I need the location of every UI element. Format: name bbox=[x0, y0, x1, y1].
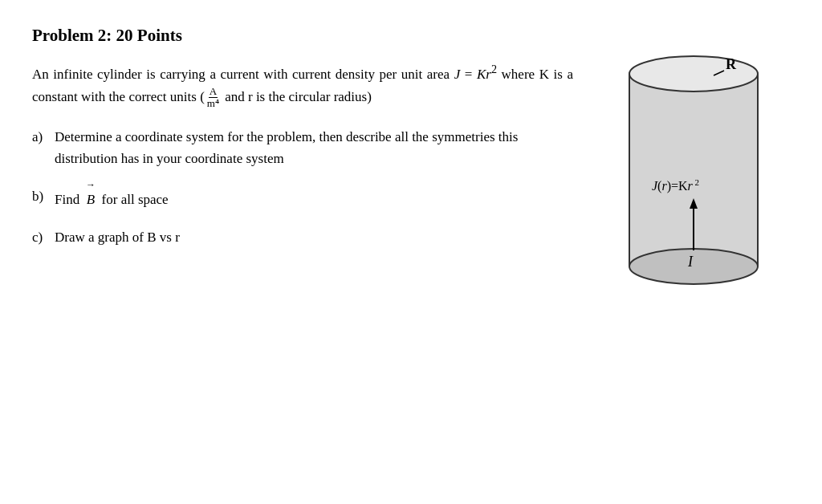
label-I: I bbox=[687, 254, 694, 270]
part-item-c: c) Draw a graph of B vs r bbox=[32, 226, 573, 248]
part-text-b: Find B for all space bbox=[55, 185, 573, 210]
part-label-a: a) bbox=[32, 126, 48, 169]
fraction-numerator: A bbox=[209, 86, 218, 98]
fraction-units: Am⁴ bbox=[206, 86, 220, 110]
label-J: J(r)=Kr 2 bbox=[652, 177, 699, 193]
fraction-denominator: m⁴ bbox=[206, 98, 220, 109]
part-item-a: a) Determine a coordinate system for the… bbox=[32, 126, 573, 169]
part-list: a) Determine a coordinate system for the… bbox=[32, 126, 573, 249]
label-R: R bbox=[726, 56, 737, 72]
part-text-c: Draw a graph of B vs r bbox=[55, 226, 573, 248]
vector-B-symbol: B bbox=[83, 185, 98, 210]
page-layout: Problem 2: 20 Points An infinite cylinde… bbox=[32, 26, 790, 307]
svg-point-1 bbox=[629, 249, 758, 284]
part-item-b: b) Find B for all space bbox=[32, 185, 573, 210]
problem-intro: An infinite cylinder is carrying a curre… bbox=[32, 60, 573, 110]
text-column: Problem 2: 20 Points An infinite cylinde… bbox=[32, 26, 581, 264]
intro-text-2: and r is the circular radius) bbox=[222, 89, 372, 104]
cylinder-diagram: R J(r)=Kr 2 I bbox=[605, 34, 782, 307]
svg-point-4 bbox=[629, 56, 758, 91]
diagram-column: R J(r)=Kr 2 I bbox=[597, 26, 790, 307]
part-label-c: c) bbox=[32, 226, 48, 248]
part-text-a: Determine a coordinate system for the pr… bbox=[55, 126, 573, 169]
part-label-b: b) bbox=[32, 185, 48, 210]
problem-title: Problem 2: 20 Points bbox=[32, 26, 573, 46]
